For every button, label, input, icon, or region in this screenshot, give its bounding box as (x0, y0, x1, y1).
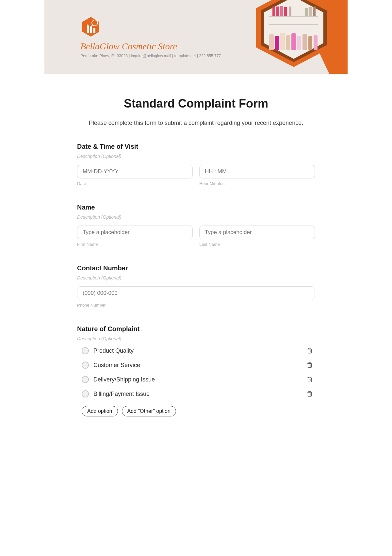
svg-rect-15 (272, 7, 275, 16)
section-name: Name Description (Optional) First Name L… (77, 204, 315, 247)
trash-icon[interactable] (306, 347, 313, 354)
radio-icon[interactable] (82, 376, 89, 383)
date-input[interactable] (77, 165, 193, 178)
svg-rect-27 (291, 33, 296, 50)
svg-rect-19 (289, 7, 291, 16)
date-sublabel: Date (77, 181, 193, 186)
section-desc-datetime: Description (Optional) (77, 154, 315, 159)
trash-icon[interactable] (306, 362, 313, 368)
phone-sublabel: Phone Number (77, 303, 315, 308)
svg-rect-22 (313, 7, 316, 16)
header-hex-image (237, 0, 348, 74)
option-label: Billing/Payment Issue (93, 391, 302, 397)
section-datetime: Date & Time of Visit Description (Option… (77, 143, 315, 186)
svg-rect-21 (309, 7, 312, 16)
svg-rect-35 (308, 363, 312, 368)
add-other-option-button[interactable]: Add "Other" option (122, 406, 176, 416)
option-label: Customer Service (93, 362, 302, 369)
last-name-input[interactable] (199, 226, 315, 239)
svg-rect-16 (276, 7, 279, 16)
svg-rect-4 (90, 27, 92, 33)
svg-rect-24 (275, 36, 279, 50)
option-row[interactable]: Billing/Payment Issue (77, 390, 315, 397)
radio-icon[interactable] (82, 347, 89, 354)
last-name-sublabel: Last Name (199, 242, 315, 247)
section-nature: Nature of Complaint Description (Optiona… (77, 325, 315, 416)
option-row[interactable]: Delivery/Shipping Issue (77, 376, 315, 383)
svg-rect-23 (269, 34, 274, 50)
radio-icon[interactable] (82, 362, 89, 369)
time-input[interactable] (199, 165, 315, 178)
svg-rect-17 (280, 6, 283, 16)
svg-rect-25 (280, 33, 285, 50)
option-row[interactable]: Customer Service (77, 362, 315, 369)
time-sublabel: Hour Minutes (199, 181, 315, 186)
phone-input[interactable] (77, 286, 315, 300)
option-label: Product Quality (93, 347, 302, 354)
form-title: Standard Complaint Form (77, 97, 315, 110)
trash-icon[interactable] (306, 391, 313, 397)
add-option-button[interactable]: Add option (82, 406, 118, 416)
svg-rect-20 (305, 8, 308, 16)
section-desc-name: Description (Optional) (77, 214, 315, 220)
svg-rect-18 (284, 7, 287, 16)
svg-rect-3 (87, 26, 89, 33)
svg-rect-41 (308, 392, 312, 396)
section-title-nature: Nature of Complaint (77, 325, 315, 333)
svg-rect-29 (302, 34, 307, 50)
section-desc-contact: Description (Optional) (77, 275, 315, 280)
section-title-name: Name (77, 204, 315, 211)
svg-rect-31 (314, 35, 318, 50)
brand-logo-icon (80, 16, 101, 37)
svg-rect-5 (93, 28, 95, 33)
first-name-sublabel: First Name (77, 242, 193, 247)
section-title-contact: Contact Number (77, 264, 315, 272)
svg-rect-30 (308, 36, 312, 50)
option-row[interactable]: Product Quality (77, 347, 315, 354)
svg-rect-38 (308, 378, 312, 382)
section-desc-nature: Description (Optional) (77, 336, 315, 341)
svg-rect-28 (297, 36, 301, 50)
first-name-input[interactable] (77, 226, 193, 239)
trash-icon[interactable] (306, 376, 313, 383)
header: BellaGlow Cosmetic Store Pembroke Pines,… (44, 0, 348, 74)
section-contact: Contact Number Description (Optional) Ph… (77, 264, 315, 308)
option-label: Delivery/Shipping Issue (93, 376, 302, 383)
radio-icon[interactable] (82, 390, 89, 397)
svg-rect-32 (308, 349, 312, 353)
svg-rect-26 (286, 35, 290, 50)
section-title-datetime: Date & Time of Visit (77, 143, 315, 150)
form-intro: Please complete this form to submit a co… (77, 120, 315, 126)
